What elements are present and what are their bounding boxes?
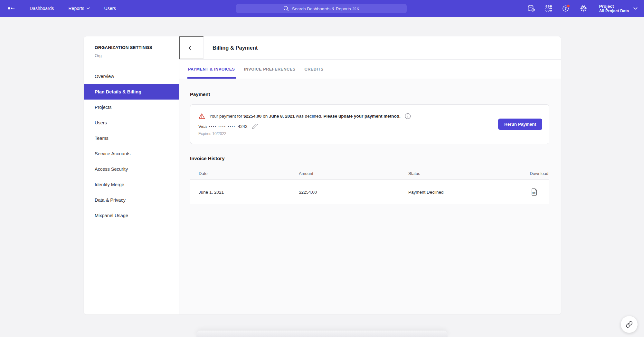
- data-management-button[interactable]: [527, 5, 535, 12]
- chevron-down-icon: [87, 7, 90, 9]
- apps-grid-button[interactable]: [545, 5, 553, 12]
- column-header-download: Download: [518, 171, 549, 176]
- mixpanel-logo-icon: [8, 6, 15, 10]
- sidebar-title: ORGANIZATION SETTINGS: [95, 45, 179, 50]
- tab-label: INVOICE PREFERENCES: [244, 67, 296, 72]
- tab-invoice-preferences[interactable]: INVOICE PREFERENCES: [243, 60, 296, 79]
- nav-item-reports[interactable]: Reports: [69, 6, 90, 11]
- sidebar-item-label: Overview: [95, 74, 114, 79]
- search-input[interactable]: Search Dashboards & Reports ⌘K: [236, 4, 407, 13]
- invoice-table-header: Date Amount Status Download: [190, 167, 549, 180]
- arrow-left-icon: [188, 45, 195, 51]
- sidebar-item-data-privacy[interactable]: Data & Privacy: [84, 192, 179, 208]
- edit-payment-method-button[interactable]: [252, 123, 258, 130]
- sidebar-item-label: Teams: [95, 136, 109, 141]
- sidebar-item-label: Identity Merge: [95, 182, 124, 187]
- nav-item-dashboards[interactable]: Dashboards: [30, 6, 54, 11]
- settings-panel: ORGANIZATION SETTINGS Org Overview Plan …: [84, 36, 561, 314]
- tab-label: PAYMENT & INVOICES: [188, 67, 235, 72]
- project-value: All Project Data: [599, 9, 629, 13]
- top-navbar: Dashboards Reports Users Search Dashboar…: [0, 0, 644, 17]
- invoice-row: June 1, 2021 $2254.00 Payment Declined P…: [190, 180, 549, 204]
- sidebar-item-identity-merge[interactable]: Identity Merge: [84, 177, 179, 192]
- info-icon[interactable]: [405, 113, 411, 119]
- warning-icon: [198, 113, 205, 119]
- bottom-sheet-edge: [196, 331, 448, 337]
- nav-item-users[interactable]: Users: [104, 6, 116, 11]
- chevron-down-icon: [633, 7, 638, 10]
- tab-payment-invoices[interactable]: PAYMENT & INVOICES: [187, 60, 236, 79]
- nav-item-label: Users: [104, 6, 116, 11]
- navbar-right: ? Project All Project Data: [527, 0, 644, 17]
- card-number-mask: ···· ···· ····: [209, 124, 235, 129]
- sidebar-item-label: Data & Privacy: [95, 197, 126, 203]
- project-selector-text: Project All Project Data: [599, 4, 629, 13]
- card-expiry: Expires 10/2022: [198, 131, 549, 136]
- payment-card: Your payment for $2254.00 on June 8, 202…: [190, 104, 549, 144]
- sidebar-item-label: Mixpanel Usage: [95, 213, 128, 218]
- gear-icon: [580, 5, 587, 12]
- invoice-table: Date Amount Status Download June 1, 2021…: [190, 167, 549, 204]
- help-button[interactable]: ?: [562, 5, 570, 12]
- sidebar-item-label: Access Security: [95, 167, 128, 172]
- help-icon: ?: [562, 5, 570, 12]
- payment-section-heading: Payment: [190, 79, 549, 97]
- sidebar-item-teams[interactable]: Teams: [84, 130, 179, 146]
- rerun-payment-button[interactable]: Rerun Payment: [498, 119, 542, 130]
- tab-credits[interactable]: CREDITS: [304, 60, 324, 79]
- org-settings-sidebar: ORGANIZATION SETTINGS Org Overview Plan …: [84, 36, 179, 314]
- payment-method: Visa ···· ···· ···· 4242: [198, 123, 549, 130]
- card-last4: 4242: [238, 124, 247, 129]
- tab-content: Payment Your payment for $2254.00 on Jun…: [179, 79, 561, 314]
- sidebar-item-users[interactable]: Users: [84, 115, 179, 130]
- back-button[interactable]: [179, 36, 204, 59]
- nav-item-label: Dashboards: [30, 6, 54, 11]
- search-icon: [283, 6, 289, 11]
- link-icon: [626, 321, 633, 328]
- card-brand: Visa: [198, 124, 207, 129]
- org-name: Org: [95, 53, 179, 58]
- svg-text:PDF: PDF: [532, 192, 536, 194]
- download-pdf-button[interactable]: PDF: [531, 188, 538, 196]
- sidebar-item-label: Plan Details & Billing: [95, 89, 141, 94]
- nav-item-label: Reports: [69, 6, 84, 11]
- column-header-amount: Amount: [299, 171, 408, 176]
- settings-button[interactable]: [579, 5, 588, 12]
- page-title: Billing & Payment: [213, 45, 258, 51]
- invoice-date: June 1, 2021: [190, 190, 299, 195]
- invoice-status: Payment Declined: [408, 190, 518, 195]
- primary-nav: Dashboards Reports Users: [30, 6, 130, 11]
- sidebar-item-mixpanel-usage[interactable]: Mixpanel Usage: [84, 208, 179, 223]
- sidebar-item-service-accounts[interactable]: Service Accounts: [84, 146, 179, 161]
- sidebar-item-overview[interactable]: Overview: [84, 69, 179, 84]
- invoice-history-heading: Invoice History: [190, 156, 549, 161]
- grid-icon: [545, 5, 552, 12]
- alert-text: Your payment for $2254.00 on June 8, 202…: [209, 114, 401, 119]
- database-gear-icon: [527, 5, 535, 12]
- sidebar-item-label: Service Accounts: [95, 151, 130, 156]
- project-selector[interactable]: Project All Project Data: [599, 4, 638, 13]
- project-label: Project: [599, 4, 629, 9]
- sidebar-nav: Overview Plan Details & Billing Projects…: [84, 69, 179, 223]
- invoice-amount: $2254.00: [299, 190, 408, 195]
- billing-tabs: PAYMENT & INVOICES INVOICE PREFERENCES C…: [179, 60, 561, 79]
- tab-label: CREDITS: [305, 67, 324, 72]
- search-placeholder: Search Dashboards & Reports ⌘K: [292, 6, 359, 11]
- sidebar-item-label: Projects: [95, 105, 111, 110]
- notification-badge: [567, 5, 569, 7]
- column-header-status: Status: [408, 171, 518, 176]
- mixpanel-logo[interactable]: [8, 6, 15, 10]
- svg-text:?: ?: [564, 6, 567, 10]
- billing-main: Billing & Payment PAYMENT & INVOICES INV…: [179, 36, 561, 314]
- sidebar-item-projects[interactable]: Projects: [84, 100, 179, 115]
- copy-link-fab[interactable]: [621, 316, 638, 333]
- column-header-date: Date: [190, 171, 299, 176]
- payment-declined-alert: Your payment for $2254.00 on June 8, 202…: [198, 113, 549, 119]
- sidebar-item-label: Users: [95, 120, 107, 125]
- pencil-icon: [252, 123, 258, 130]
- pdf-file-icon: PDF: [531, 188, 538, 196]
- sidebar-item-plan-details-billing[interactable]: Plan Details & Billing: [84, 84, 179, 100]
- page-header: Billing & Payment: [179, 36, 561, 60]
- sidebar-item-access-security[interactable]: Access Security: [84, 161, 179, 177]
